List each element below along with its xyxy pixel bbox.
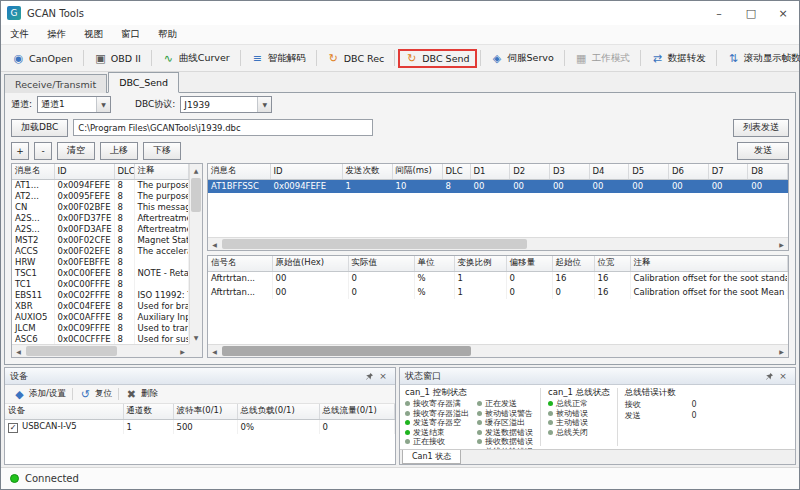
scroll-left-icon[interactable]: ◀ [12, 345, 25, 358]
channel-select[interactable]: 通道1 ▼ [37, 96, 111, 113]
message-row[interactable]: AUXIO5 0x0C0AFFFE 8 Auxiliary Input [12, 312, 189, 323]
dock-area: 设备 × ◆添加/设置 ↺复位 ✖删除 设备通道数波特率(0/1)总线负载(0/… [1, 365, 799, 467]
menu-operate[interactable]: 操作 [38, 25, 75, 44]
scroll-left-icon[interactable]: ◀ [208, 238, 221, 251]
cell-message-name: AUXIO5 [12, 312, 54, 323]
delete-device-button[interactable]: ✖删除 [121, 387, 162, 402]
message-row[interactable]: JLCM 0x0C09FFFE 8 Used to transfer [12, 323, 189, 334]
cell-offset: 0 [506, 271, 552, 285]
pin-icon[interactable] [362, 372, 376, 381]
signal-row[interactable]: Aftrtrtan... 00 0 % 1 0 16 16 Calibratio… [208, 271, 788, 285]
signal-list-hscrollbar[interactable]: ◀ ▶ [208, 344, 788, 357]
app-logo-icon: G [7, 6, 21, 20]
status-body: can_1 控制状态 接收寄存器满 接收寄存器溢出 发送寄存器空 发送结束 正在… [400, 385, 795, 449]
curve-button[interactable]: ∿曲线Curver [155, 49, 237, 68]
chevron-down-icon: ▼ [257, 97, 271, 112]
hscroll-thumb[interactable] [222, 239, 527, 249]
toolbar: ◉CanOpen ▣OBD II ∿曲线Curver ≡智能解码 ↻DBC Re… [1, 45, 799, 72]
toolbar-separator [83, 50, 84, 66]
column-header: ID [54, 164, 114, 179]
message-row[interactable]: AT1... 0x0094FEFE 8 The purpose of t [12, 179, 189, 191]
device-checkbox[interactable]: ✓ [8, 423, 18, 433]
window-title: GCAN Tools [27, 8, 84, 19]
menu-help[interactable]: 帮助 [149, 25, 186, 44]
message-row[interactable]: A2S... 0x00FD37FE 8 Aftertreatment 2 [12, 213, 189, 224]
send-button[interactable]: 发送 [737, 142, 789, 160]
message-row[interactable]: ASC6 0x0C0CFFFE 8 Used for suspens [12, 334, 189, 345]
add-device-icon: ◆ [13, 388, 26, 401]
work-mode-button[interactable]: ▦工作模式 [568, 49, 637, 68]
remove-row-button[interactable]: - [34, 142, 52, 160]
maximize-button[interactable]: □ [735, 1, 767, 25]
cell-bit-width: 16 [594, 285, 630, 299]
error-counter: 接收 0 [625, 399, 697, 410]
message-row[interactable]: HRW 0x00FEBFFE 8 [12, 257, 189, 268]
tab-dbc-send[interactable]: DBC_Send [108, 72, 179, 93]
message-row[interactable]: ACCS 0x00F02EFE 8 The acceleration [12, 246, 189, 257]
cell-signal-name: Aftrtrtan... [208, 271, 272, 285]
minimize-button[interactable]: – [703, 1, 735, 25]
reset-device-button[interactable]: ↺复位 [75, 387, 116, 402]
pin-icon[interactable] [762, 372, 776, 381]
message-row[interactable]: CN 0x00F02BFE 8 This message is [12, 202, 189, 213]
dbc-send-button[interactable]: ↻DBC Send [398, 49, 476, 68]
canopen-icon: ◉ [12, 52, 25, 65]
message-row[interactable]: A2S... 0x00FD3AFE 8 Aftertreatment 1 [12, 224, 189, 235]
cell-dlc: 8 [114, 224, 134, 235]
status-led-icon [477, 401, 482, 406]
toolbar-separator [240, 50, 241, 66]
signal-row[interactable]: Aftrtrtan... 00 0 % 1 0 0 16 Calibration… [208, 285, 788, 299]
menu-window[interactable]: 窗口 [112, 25, 149, 44]
cell-dlc: 8 [114, 179, 134, 191]
cell-comment: The acceleration [134, 246, 189, 257]
message-list-hscrollbar[interactable]: ◀ ▶ [12, 344, 189, 357]
cell-comment: Calibration offset for the soot standard… [630, 271, 788, 285]
status-led-icon [548, 420, 553, 425]
hscroll-thumb[interactable] [26, 346, 117, 356]
add-device-button[interactable]: ◆添加/设置 [9, 387, 70, 402]
send-list-hscrollbar[interactable]: ◀ ▶ [208, 237, 788, 250]
message-row[interactable]: TC1 0x0C00FFFE 8 [12, 279, 189, 290]
message-row[interactable]: MST2 0x00F02CFE 8 Magnet Status In [12, 235, 189, 246]
scroll-down-icon[interactable]: ▼ [190, 331, 203, 344]
vscroll-thumb[interactable] [191, 178, 201, 212]
load-dbc-button[interactable]: 加载DBC [11, 119, 68, 137]
obd2-button[interactable]: ▣OBD II [87, 49, 148, 68]
close-panel-icon[interactable]: × [776, 371, 790, 381]
dbc-path-field[interactable]: C:\Program Files\GCANTools\j1939.dbc [73, 119, 373, 136]
protocol-select[interactable]: J1939 ▼ [180, 96, 272, 113]
scroll-up-icon[interactable]: ▲ [190, 164, 203, 177]
close-button[interactable]: × [767, 1, 799, 25]
message-row[interactable]: XBR 0x0C04FEFE 8 Used for brake c [12, 301, 189, 312]
control-status-title: can_1 控制状态 [405, 387, 533, 399]
menu-view[interactable]: 视图 [75, 25, 112, 44]
data-forward-button[interactable]: ⇄数据转发 [644, 49, 713, 68]
canopen-button[interactable]: ◉CanOpen [5, 49, 80, 68]
scroll-right-icon[interactable]: ▶ [775, 238, 788, 251]
cell-id: 0x0C0CFFFE [54, 334, 114, 345]
scroll-right-icon[interactable]: ▶ [775, 345, 788, 358]
clear-button[interactable]: 清空 [57, 142, 95, 160]
add-row-button[interactable]: + [11, 142, 29, 160]
move-up-button[interactable]: 上移 [100, 142, 138, 160]
list-send-button[interactable]: 列表发送 [733, 119, 789, 137]
message-row[interactable]: AT2... 0x0095FEFE 8 The purpose of t [12, 191, 189, 202]
scroll-left-icon[interactable]: ◀ [208, 345, 221, 358]
tab-receive-transmit[interactable]: Receive/Transmit [4, 74, 107, 93]
message-row[interactable]: TSC1 0x0C00FEFE 8 NOTE - Retarder [12, 268, 189, 279]
tab-can1-status[interactable]: Can1 状态 [402, 450, 461, 464]
move-down-button[interactable]: 下移 [143, 142, 181, 160]
smart-decode-button[interactable]: ≡智能解码 [244, 49, 313, 68]
send-row[interactable]: AT1BFFSSC 0x0094FEFE 1 10 8 00 00 00 00 … [208, 179, 788, 193]
menu-file[interactable]: 文件 [1, 25, 38, 44]
message-row[interactable]: EBS11 0x0C02FFFE 8 ISO 11992: Towin [12, 290, 189, 301]
close-panel-icon[interactable]: × [376, 371, 390, 381]
message-list-vscrollbar[interactable]: ▲ ▼ [189, 164, 202, 344]
device-row[interactable]: ✓USBCAN-I-V5 1 500 0% 0 [5, 419, 395, 434]
hscroll-thumb[interactable] [222, 346, 471, 356]
scroll-right-icon[interactable]: ▶ [176, 345, 189, 358]
dbc-rec-button[interactable]: ↻DBC Rec [320, 49, 392, 68]
signal-list: 信号名原始值(Hex)实际值单位变换比例偏移量起始位位宽注释 Aftrtrtan… [207, 255, 789, 358]
device-name: USBCAN-I-V5 [22, 421, 77, 431]
servo-button[interactable]: ◈伺服Servo [484, 49, 561, 68]
